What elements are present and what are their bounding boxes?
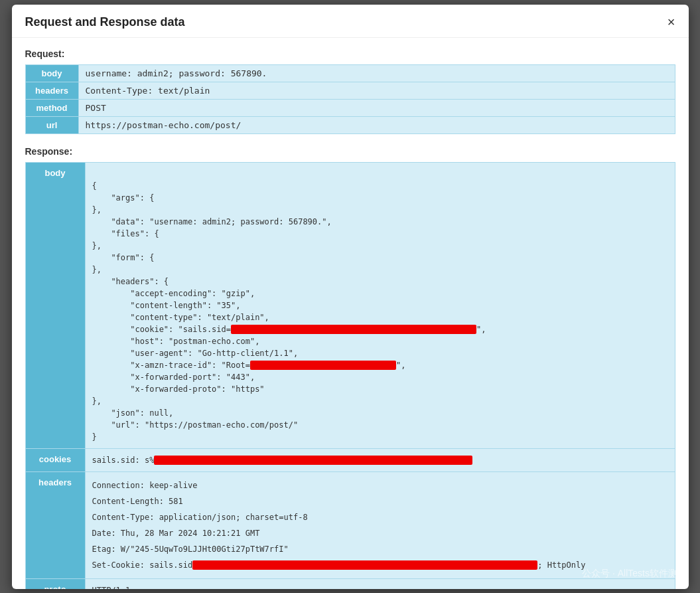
headers-value: Connection: keep-alive Content-Length: 5… [85,471,675,578]
cookie-redact-2 [154,456,472,465]
req-val-method: POST [78,99,675,116]
dialog-body: Request: body username: admin2; password… [12,38,689,589]
req-key-body: body [25,64,78,82]
trace-redact [250,361,396,370]
header-line-5: Etag: W/"245-5UqwTo9LJJHt00Gti27pTtW7rfI… [92,541,668,557]
dialog-header: Request and Response data × [12,5,689,38]
headers-key: headers [25,471,85,578]
req-key-method: method [25,99,78,116]
header-line-4: Date: Thu, 28 Mar 2024 10:21:21 GMT [92,525,668,541]
body-value: { "args": { }, "data": "username: admin2… [85,162,675,448]
request-label: Request: [25,48,675,59]
header-line-6: Set-Cookie: sails.sid; HttpOnly [92,557,668,573]
cookies-value: sails.sid: s% [85,448,675,471]
cookies-key: cookies [25,448,85,471]
table-row-body: body { "args": { }, "data": "username: a… [25,162,675,448]
dialog: Request and Response data × Request: bod… [12,5,689,589]
close-button[interactable]: × [667,15,675,29]
request-table: body username: admin2; password: 567890.… [25,64,675,134]
request-row-body: body username: admin2; password: 567890. [25,64,675,82]
table-row-headers: headers Connection: keep-alive Content-L… [25,471,675,578]
request-row-url: url https://postman-echo.com/post/ [25,116,675,133]
request-row-headers: headers Content-Type: text/plain [25,82,675,99]
proto-key: proto [25,578,85,589]
table-row-proto: proto HTTP/1.1 [25,578,675,589]
set-cookie-redact [192,560,537,570]
header-line-2: Content-Length: 581 [92,493,668,509]
req-key-headers: headers [25,82,78,99]
proto-value: HTTP/1.1 [85,578,675,589]
cookies-text: sails.sid: s% [92,456,155,465]
req-val-url: https://postman-echo.com/post/ [78,116,675,133]
header-line-3: Content-Type: application/json; charset=… [92,509,668,525]
req-val-headers: Content-Type: text/plain [78,82,675,99]
header-line-1: Connection: keep-alive [92,477,668,493]
dialog-title: Request and Response data [25,15,185,29]
body-key: body [25,162,85,448]
table-row-cookies: cookies sails.sid: s% [25,448,675,471]
response-table: body { "args": { }, "data": "username: a… [25,162,675,589]
request-row-method: method POST [25,99,675,116]
req-key-url: url [25,116,78,133]
response-label: Response: [25,146,675,157]
cookie-redact-1 [231,325,476,334]
req-val-body: username: admin2; password: 567890. [78,64,675,82]
